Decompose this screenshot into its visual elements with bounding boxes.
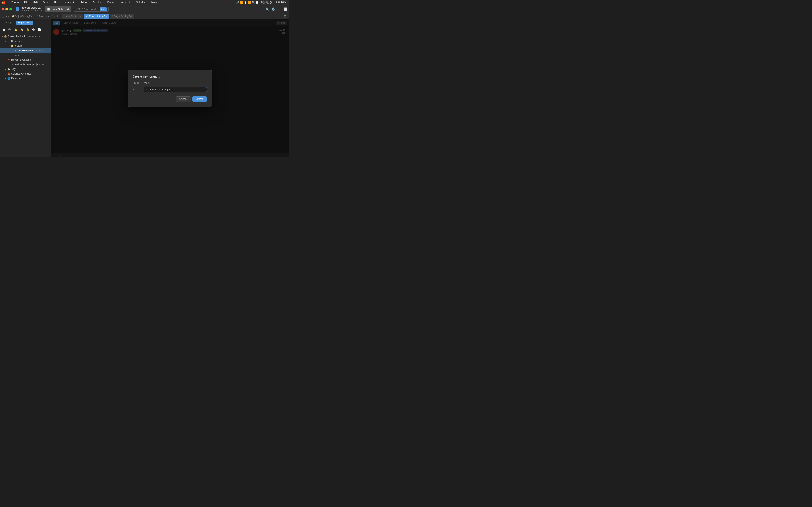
breadcrumb-branches[interactable]: ⎇ Branches — [36, 15, 49, 17]
recent-branch-icon: ⑂ — [11, 63, 14, 66]
menubar-time: 1월 4일 (화) 오후 10:58 — [261, 1, 287, 4]
sidebar-list-icon[interactable]: 📋 — [2, 27, 6, 32]
sidebar: Changes Repositories 📋 🔍 ⚠️ 🏷️ 🔒 💬 📄 ▾ 📦… — [0, 19, 51, 157]
current-badge: (current) — [36, 49, 44, 52]
menu-xcode[interactable]: Xcode — [10, 0, 20, 4]
search-icon[interactable]: 🔍 — [265, 7, 269, 11]
remotes-chevron-icon: ▸ — [4, 77, 7, 80]
branch-file-icon: ⑂ — [14, 49, 17, 52]
breadcrumb-main[interactable]: ⑂ main — [52, 15, 59, 17]
menu-window[interactable]: Window — [136, 0, 147, 4]
modal-buttons: Cancel Create — [133, 96, 207, 102]
menu-editor[interactable]: Editor — [80, 0, 89, 4]
swift-icon2: ⎇ — [86, 15, 88, 17]
sidebar-comment-icon[interactable]: 💬 — [31, 27, 36, 32]
main-area: Changes Repositories 📋 🔍 ⚠️ 🏷️ 🔒 💬 📄 ▾ 📦… — [0, 19, 289, 157]
toolbar2-right: ≡ ⊞ — [277, 14, 287, 18]
nav-back-icon[interactable]: ‹ — [6, 14, 7, 18]
sidebar-doc-icon[interactable]: 📄 — [37, 27, 42, 32]
menu-edit[interactable]: Edit — [33, 0, 39, 4]
tree-test-set-project[interactable]: ⑂ test-set-project (current) — [0, 48, 51, 53]
tree-recent-locations[interactable]: ▾ 📍 Recent Locations — [0, 57, 51, 62]
lines-icon[interactable]: ≡ — [277, 14, 281, 18]
sidebar-top-tabs: Changes Repositories — [0, 19, 51, 26]
menu-file[interactable]: File — [23, 0, 29, 4]
breadcrumb-main-label: main — [54, 15, 59, 17]
branches-icon: ⎇ — [7, 40, 11, 43]
menu-navigate[interactable]: Navigate — [64, 0, 76, 4]
sidebar-warning-icon[interactable]: ⚠️ — [13, 27, 18, 32]
tree-branches[interactable]: ▾ ⎇ Branches — [0, 39, 51, 44]
tree-root[interactable]: ▾ 📦 ProjectSettingExt feature/test-s... — [0, 34, 51, 39]
toolbar-project-info: ProjectSettingExt feature/test-set-proje… — [20, 6, 44, 12]
modal-from-value: main — [144, 81, 150, 84]
tree-stashed-changes[interactable]: ▸ 📥 Stashed Changes — [0, 71, 51, 76]
tree-branches-label: Branches — [11, 40, 50, 43]
settings-icon[interactable]: ⚙️ — [271, 7, 275, 11]
traffic-lights — [2, 8, 12, 10]
project-file-icon: 📦 — [4, 35, 7, 38]
tab-projectsettingext2-label: ProjectSettingExt — [114, 15, 132, 17]
minimize-button[interactable] — [5, 8, 8, 10]
menu-debug[interactable]: Debug — [107, 0, 116, 4]
ios-badge-label: iOS 17.2 Not Installed — [76, 8, 98, 10]
tree-feature-label: feature — [14, 44, 50, 47]
chevron-down-icon: ▾ — [1, 36, 4, 38]
swift-icon: S — [64, 15, 65, 17]
branches-chevron-icon: ▾ — [4, 40, 7, 43]
inspector-icon[interactable]: ⬜ — [283, 7, 287, 11]
remotes-icon: 🌐 — [7, 77, 11, 80]
close-button[interactable] — [2, 8, 4, 10]
sidebar-lock-icon[interactable]: 🔒 — [26, 27, 30, 32]
tab-changes[interactable]: Changes — [2, 21, 15, 24]
tab-projectsettingext2[interactable]: S ProjectSettingExt — [109, 14, 134, 19]
apple-menu[interactable]: 🍎 — [2, 0, 6, 4]
modal-title: Create new branch: — [133, 75, 207, 78]
toolbar-tab-active[interactable]: 📄 ProjectSettingExt — [45, 6, 71, 12]
sidebar-tag-icon[interactable]: 🏷️ — [19, 27, 24, 32]
tab-repositories[interactable]: Repositories — [16, 21, 33, 24]
tree-recent-item-label: feature/test-set-project (cu... — [14, 63, 50, 66]
toolbar2: ⊟ ‹ › 📁 ProjectSettingExt › ⎇ Branches ›… — [0, 13, 289, 19]
tab-projectsettingext-active[interactable]: ⎇ ProjectSettingExt — [84, 14, 109, 19]
tab-viewcontroller[interactable]: S ViewController — [61, 14, 83, 19]
project-branch: feature/test-set-project — [20, 9, 44, 12]
tree-feature[interactable]: ▾ 📁 feature — [0, 44, 51, 48]
tab-viewcontroller-label: ViewController — [66, 15, 81, 17]
menu-integrate[interactable]: Integrate — [120, 0, 132, 4]
fullscreen-button[interactable] — [9, 8, 12, 10]
sidebar-toggle-icon[interactable]: ⊟ — [2, 14, 4, 18]
ios-badge[interactable]: iOS 17.2 Not Installed Get — [74, 7, 109, 12]
project-name: ProjectSettingExt — [20, 6, 44, 9]
ios-get-button[interactable]: Get — [100, 7, 107, 11]
grid-icon[interactable]: ⊞ — [283, 14, 287, 18]
tree-main[interactable]: ⑂ main — [0, 53, 51, 57]
sidebar-search-icon[interactable]: 🔍 — [8, 27, 12, 32]
branch-icon: ⑂ — [52, 15, 53, 17]
layout-icon[interactable]: ☰ — [277, 7, 281, 11]
nav-forward-icon[interactable]: › — [8, 14, 9, 18]
breadcrumb-root[interactable]: 📁 ProjectSettingExt — [11, 15, 32, 17]
breadcrumb-branches-label: Branches — [39, 15, 49, 17]
menu-product[interactable]: Product — [92, 0, 103, 4]
modal-from-label: From: — [133, 81, 142, 84]
branches-icon: ⎇ — [36, 15, 38, 17]
tree-recent-label: Recent Locations — [11, 58, 50, 61]
folder-icon: 📁 — [11, 15, 14, 17]
cancel-button[interactable]: Cancel — [176, 96, 191, 102]
create-button[interactable]: Create — [192, 96, 207, 102]
tree-tags[interactable]: ▸ 🏷️ Tags — [0, 67, 51, 71]
tree-stash-label: Stashed Changes — [11, 72, 50, 75]
menu-view[interactable]: View — [42, 0, 50, 4]
menubar-icons: 🎤 🛜 🔋 📶 🔍 🕐 — [236, 1, 259, 4]
modal-to-label: To: — [133, 88, 142, 91]
menu-find[interactable]: Find — [53, 0, 60, 4]
tree-remotes[interactable]: ▸ 🌐 Remotes — [0, 76, 51, 81]
branch-name-input[interactable] — [144, 87, 207, 92]
tree-root-label: ProjectSettingExt feature/test-s... — [8, 35, 50, 38]
tree-main-label: main — [14, 54, 50, 57]
create-branch-modal: Create new branch: From: main To: Cancel… — [128, 69, 212, 107]
tree-recent-item[interactable]: ⑂ feature/test-set-project (cu... — [0, 62, 51, 67]
tab-projectsettingext-label: ProjectSettingExt — [89, 15, 107, 17]
menu-help[interactable]: Help — [150, 0, 158, 4]
